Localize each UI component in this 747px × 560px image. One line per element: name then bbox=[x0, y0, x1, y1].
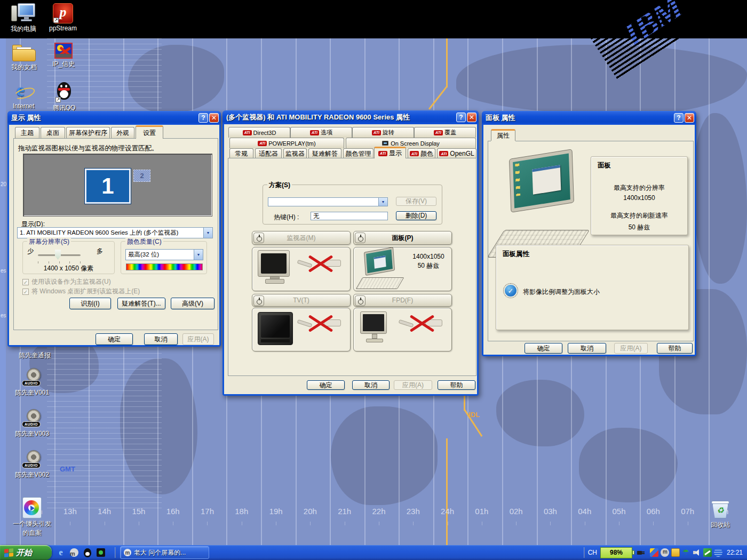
quicklaunch-maxthon[interactable] bbox=[69, 548, 79, 557]
task-button[interactable]: 老大 问个屏幕的... bbox=[120, 546, 209, 559]
audio-badge: AUDIO bbox=[22, 462, 41, 468]
tab-desktop[interactable]: 桌面 bbox=[41, 127, 65, 139]
quicklaunch-media[interactable] bbox=[96, 548, 106, 557]
wallpaper-text-fragment: es bbox=[1, 313, 6, 318]
icon-label: 陈先奎V001 bbox=[15, 388, 49, 397]
resolution-group: 屏幕分辨率(S) 少 多 747 x 560 像素 bbox=[22, 241, 115, 274]
tab-direct3d[interactable]: ATIDirect3D bbox=[228, 127, 290, 138]
desktop-icon-ppstream[interactable]: ppStream bbox=[47, 3, 79, 32]
power-toggle-icon[interactable] bbox=[253, 295, 264, 306]
desktop-icon-internet[interactable]: Internet bbox=[6, 83, 41, 110]
desktop-icon-ip-messenger[interactable]: IP_信史 bbox=[47, 43, 80, 69]
start-button[interactable]: 开始 bbox=[0, 545, 52, 560]
close-icon[interactable]: ✕ bbox=[467, 113, 476, 122]
audio-badge: AUDIO bbox=[22, 380, 41, 386]
titlebar[interactable]: 面板 属性 ? ✕ bbox=[482, 111, 696, 125]
tab-label: 显示 bbox=[389, 149, 402, 158]
cancel-button[interactable]: 取消 bbox=[568, 343, 606, 354]
close-icon[interactable]: ✕ bbox=[685, 113, 694, 123]
color-quality-group-label: 颜色质量(C) bbox=[125, 237, 163, 246]
troubleshoot-button[interactable]: 疑难解答(T)... bbox=[117, 298, 165, 309]
delete-button[interactable]: 删除(D) bbox=[396, 211, 436, 220]
cancel-button[interactable]: 取消 bbox=[352, 380, 390, 390]
cancel-button[interactable]: 取消 bbox=[144, 333, 178, 345]
desktop-icon-audio-file[interactable]: AUDIO 陈先奎V003 bbox=[2, 409, 62, 438]
tray-antivirus-icon[interactable] bbox=[703, 548, 712, 557]
titlebar[interactable]: 显示 属性 ? ✕ bbox=[7, 111, 221, 125]
tab-powerplay[interactable]: ATIPOWERPLAY(tm) bbox=[229, 138, 344, 148]
help-icon[interactable]: ? bbox=[456, 113, 466, 122]
tray-mail-icon[interactable] bbox=[671, 548, 680, 557]
tab-display[interactable]: ATI显示 bbox=[374, 147, 406, 158]
hotkey-label: 热键(H) : bbox=[274, 213, 299, 222]
tray-network-icon[interactable] bbox=[714, 548, 722, 557]
resolution-slider-thumb[interactable] bbox=[55, 250, 61, 260]
hotkey-field[interactable]: 无 bbox=[311, 212, 388, 220]
close-icon[interactable]: ✕ bbox=[209, 113, 219, 123]
monitor-2[interactable]: 2 bbox=[133, 170, 150, 182]
ok-button[interactable]: 确定 bbox=[525, 343, 562, 354]
desktop-icon-recycle-bin[interactable]: 回收站 bbox=[705, 499, 735, 530]
icon-label: 回收站 bbox=[711, 521, 730, 530]
tab-appearance[interactable]: 外观 bbox=[111, 127, 134, 139]
device-panel-header: 面板(P) bbox=[353, 231, 452, 245]
chevron-down-icon[interactable] bbox=[194, 250, 203, 260]
tab-overlay[interactable]: ATI覆盖 bbox=[414, 127, 476, 138]
tab-settings[interactable]: 设置 bbox=[136, 125, 163, 139]
tab-rotation[interactable]: ATI旋转 bbox=[352, 127, 414, 138]
device-tv-body bbox=[252, 308, 351, 351]
power-toggle-icon[interactable] bbox=[253, 233, 264, 243]
tray-maxthon-icon[interactable] bbox=[661, 548, 669, 557]
chevron-down-icon[interactable] bbox=[203, 228, 212, 238]
tab-theme[interactable]: 主题 bbox=[15, 127, 39, 139]
desktop-icon-audio-report[interactable]: 陈先奎通报 bbox=[5, 350, 64, 360]
power-toggle-icon[interactable] bbox=[355, 295, 365, 306]
tray-clock[interactable]: 22:21 bbox=[727, 549, 743, 556]
identify-button[interactable]: 识别(I) bbox=[69, 298, 111, 309]
scheme-select[interactable] bbox=[268, 197, 388, 206]
primary-monitor-row: 使用该设备作为主监视器(U) bbox=[22, 277, 111, 286]
tab-general[interactable]: 常规 bbox=[229, 148, 253, 158]
desktop-icon-audio-file[interactable]: AUDIO 陈先奎V002 bbox=[2, 450, 62, 479]
color-quality-select[interactable]: 最高(32 位) bbox=[125, 249, 203, 260]
tray-volume-icon[interactable] bbox=[693, 548, 701, 557]
help-button[interactable]: 帮助 bbox=[438, 380, 475, 390]
advanced-button[interactable]: 高级(V) bbox=[171, 298, 214, 309]
tab-color-management[interactable]: 颜色管理 bbox=[343, 148, 374, 158]
language-indicator[interactable]: CH bbox=[588, 549, 597, 556]
tab-screensaver[interactable]: 屏幕保护程序 bbox=[66, 127, 110, 139]
ok-button[interactable]: 确定 bbox=[96, 333, 133, 345]
tab-monitor[interactable]: 监视器 bbox=[283, 148, 307, 158]
tab-adapter[interactable]: 适配器 bbox=[255, 148, 282, 158]
quicklaunch-qq[interactable] bbox=[83, 548, 92, 557]
battery-indicator[interactable]: 98% bbox=[600, 547, 632, 558]
help-icon[interactable]: ? bbox=[674, 113, 684, 123]
tab-opengl[interactable]: ATIOpenGL bbox=[437, 148, 476, 158]
desktop-icon-audio-file[interactable]: AUDIO 陈先奎V001 bbox=[2, 368, 62, 397]
extend-desktop-checkbox bbox=[22, 289, 29, 295]
tab-properties[interactable]: 属性 bbox=[491, 129, 515, 141]
quicklaunch-internet-explorer[interactable] bbox=[56, 548, 66, 557]
tray-umbrella-icon[interactable] bbox=[682, 548, 690, 557]
help-button[interactable]: 帮助 bbox=[657, 343, 693, 354]
tab-on-screen-display[interactable]: On Screen Display bbox=[346, 138, 476, 148]
desktop-icon-movie[interactable]: 一个馒头引发 的血案 bbox=[0, 497, 64, 538]
monitor-1[interactable]: 1 bbox=[85, 169, 131, 204]
scale-image-checkbox[interactable] bbox=[505, 285, 516, 297]
power-toggle-icon[interactable] bbox=[355, 233, 365, 243]
tab-label: 覆盖 bbox=[444, 129, 456, 137]
ok-button[interactable]: 确定 bbox=[307, 380, 345, 390]
desktop-icon-my-computer[interactable]: 我的电脑 bbox=[7, 3, 39, 34]
chevron-down-icon[interactable] bbox=[378, 198, 387, 206]
titlebar[interactable]: (多个监视器) 和 ATI MOBILITY RADEON 9600 Serie… bbox=[222, 110, 479, 124]
ati-logo-icon: ATI bbox=[410, 151, 419, 156]
display-select[interactable]: 1. ATI MOBILITY RADEON 9600 Series 上的 (多… bbox=[17, 227, 213, 238]
tab-color[interactable]: ATI颜色 bbox=[408, 148, 435, 158]
help-icon[interactable]: ? bbox=[198, 113, 208, 123]
ati-logo-icon: ATI bbox=[434, 130, 443, 135]
desktop-icon-my-documents[interactable]: 我的文档 bbox=[7, 44, 41, 72]
tray-paint-icon[interactable] bbox=[650, 548, 658, 557]
tab-options[interactable]: ATI选项 bbox=[290, 127, 352, 138]
tab-troubleshoot[interactable]: 疑难解答 bbox=[308, 148, 341, 158]
desktop-icon-qq[interactable]: 腾讯QQ bbox=[48, 82, 80, 113]
